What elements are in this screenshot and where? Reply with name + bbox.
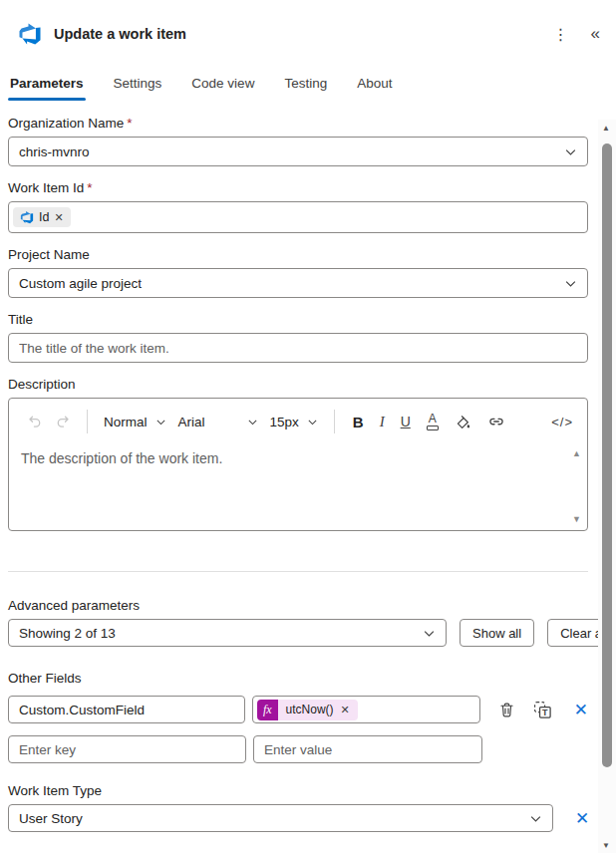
other-fields-key-input[interactable] (8, 696, 245, 723)
work-item-type-dropdown[interactable]: User Story (8, 804, 553, 832)
editor-scroll-up-icon[interactable]: ▲ (572, 448, 581, 458)
other-fields-row (8, 735, 588, 763)
header-actions: ⋮ « (553, 24, 602, 44)
scroll-up-icon[interactable]: ▲ (602, 124, 610, 133)
scroll-down-icon[interactable]: ▼ (602, 841, 610, 850)
expression-text: utcNow() (286, 703, 334, 716)
azure-devops-icon (20, 210, 34, 224)
other-fields-value-input[interactable]: fx utcNow()✕ (252, 696, 480, 723)
remove-work-item-type-icon[interactable]: ✕ (575, 810, 589, 827)
work-item-type-row: User Story ✕ (8, 804, 588, 832)
redo-icon[interactable] (49, 414, 77, 429)
project-name-value: Custom agile project (19, 276, 142, 291)
scrollbar-thumb[interactable] (602, 143, 612, 767)
token-close-icon[interactable]: ✕ (341, 704, 350, 716)
link-icon[interactable] (479, 413, 513, 430)
dynamic-content-token[interactable]: Id ✕ (13, 207, 71, 227)
toolbar-divider (87, 410, 88, 433)
undo-icon[interactable] (21, 414, 49, 429)
delete-row-icon[interactable] (498, 702, 515, 718)
token-close-icon[interactable]: ✕ (54, 211, 63, 224)
work-item-id-input[interactable]: Id ✕ (8, 201, 588, 233)
organization-name-label: Organization Name* (8, 116, 588, 131)
show-all-button[interactable]: Show all (460, 619, 534, 647)
chevron-down-icon (564, 145, 577, 158)
rich-text-editor: Normal Arial 15px B I U (8, 398, 588, 531)
other-fields-new-key-input[interactable] (8, 735, 246, 763)
fx-icon: fx (257, 700, 278, 720)
bold-icon[interactable]: B (345, 414, 372, 430)
code-view-icon[interactable]: </> (543, 415, 577, 429)
highlight-color-icon[interactable] (447, 414, 479, 430)
underline-icon[interactable]: U (393, 414, 419, 429)
token-label: Id (39, 210, 49, 224)
required-asterisk: * (87, 180, 92, 195)
svg-text:T: T (542, 707, 548, 716)
chevron-down-icon (247, 417, 258, 427)
work-item-id-label: Work Item Id* (8, 180, 588, 195)
advanced-parameters-label: Advanced parameters (8, 598, 588, 613)
more-menu-icon[interactable]: ⋮ (553, 25, 569, 44)
azure-devops-icon (18, 22, 42, 46)
font-color-icon[interactable]: A (419, 413, 447, 430)
chevron-down-icon (529, 812, 542, 825)
advanced-parameters-row: Showing 2 of 13 Show all Clear all (8, 619, 588, 647)
title-input[interactable] (8, 333, 588, 363)
action-panel: Update a work item ⋮ « Parameters Settin… (0, 0, 616, 853)
font-family-dropdown[interactable]: Arial (172, 415, 264, 429)
advanced-parameters-summary: Showing 2 of 13 (19, 626, 116, 641)
panel-header: Update a work item ⋮ « (0, 0, 616, 46)
chevron-down-icon (564, 277, 577, 290)
tab-about[interactable]: About (355, 76, 394, 101)
paragraph-style-dropdown[interactable]: Normal (98, 415, 172, 429)
editor-scroll-down-icon[interactable]: ▼ (572, 514, 581, 524)
chevron-down-icon (307, 417, 318, 427)
page-title: Update a work item (54, 26, 553, 42)
rich-text-toolbar: Normal Arial 15px B I U (9, 399, 587, 442)
project-name-dropdown[interactable]: Custom agile project (8, 268, 588, 298)
tab-code-view[interactable]: Code view (189, 76, 256, 101)
project-name-label: Project Name (8, 247, 588, 262)
other-fields-row: fx utcNow()✕ T ✕ (8, 696, 588, 723)
organization-name-value: chris-mvnro (19, 144, 90, 159)
remove-other-fields-icon[interactable]: ✕ (574, 702, 588, 718)
work-item-type-label: Work Item Type (8, 783, 588, 798)
scrollbar: ▲ ▼ (598, 120, 616, 853)
title-label: Title (8, 312, 588, 327)
tab-bar: Parameters Settings Code view Testing Ab… (8, 76, 608, 102)
tab-parameters[interactable]: Parameters (8, 76, 86, 101)
description-placeholder: The description of the work item. (21, 450, 563, 466)
chevron-down-icon (423, 627, 436, 640)
tab-settings[interactable]: Settings (112, 76, 164, 101)
italic-icon[interactable]: I (372, 414, 393, 430)
other-fields-label: Other Fields (8, 671, 588, 686)
parameters-form: Organization Name* chris-mvnro Work Item… (8, 116, 588, 832)
other-fields-new-value-input[interactable] (253, 735, 482, 763)
switch-to-text-mode-icon[interactable]: T (533, 701, 552, 719)
toolbar-divider (334, 410, 335, 433)
collapse-panel-icon[interactable]: « (591, 24, 600, 44)
expression-token[interactable]: fx utcNow()✕ (257, 700, 358, 720)
description-label: Description (8, 377, 588, 392)
required-asterisk: * (127, 116, 132, 131)
tab-testing[interactable]: Testing (282, 76, 329, 101)
section-divider (8, 571, 588, 572)
organization-name-dropdown[interactable]: chris-mvnro (8, 137, 588, 166)
advanced-parameters-dropdown[interactable]: Showing 2 of 13 (8, 619, 447, 647)
chevron-down-icon (155, 417, 166, 427)
font-size-dropdown[interactable]: 15px (264, 415, 324, 429)
work-item-type-value: User Story (19, 811, 83, 826)
description-editor-body[interactable]: The description of the work item. ▲ ▼ (9, 442, 587, 530)
